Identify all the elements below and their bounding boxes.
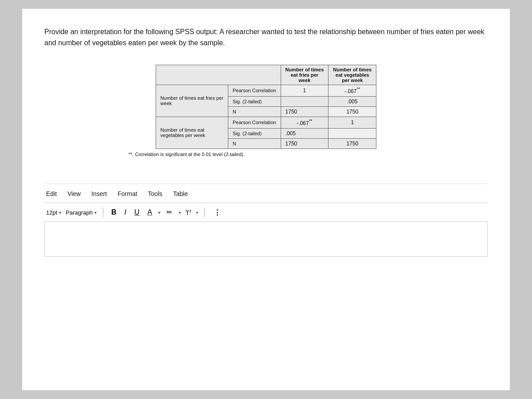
table-section: Number of timeseat fries perweek Number … (44, 65, 488, 157)
more-options-button[interactable]: ⋮ (211, 207, 224, 218)
table-row: Number of times eatvegetables per week P… (156, 117, 376, 128)
font-size-dropdown[interactable]: 12pt ▾ (46, 209, 61, 216)
edit-area[interactable] (44, 221, 488, 257)
stat-label: Pearson Correlation (228, 117, 281, 128)
bold-button[interactable]: B (110, 207, 118, 217)
stat-label: Sig. (2-tailed) (228, 96, 281, 106)
paragraph-chevron: ▾ (94, 210, 97, 215)
cell-val: .005 (329, 96, 376, 106)
font-size-chevron: ▾ (59, 210, 61, 215)
stat-label: N (228, 106, 281, 117)
menu-bar: Edit View Insert Format Tools Table (44, 190, 488, 197)
col-header-fries: Number of timeseat fries perweek (281, 65, 329, 85)
cell-val: .005 (281, 128, 329, 138)
cell-val (281, 96, 329, 106)
menu-edit[interactable]: Edit (46, 190, 57, 197)
highlight-button[interactable]: ✏ (165, 207, 174, 217)
cell-val: -.067** (329, 85, 376, 96)
font-color-chevron[interactable]: ▾ (158, 210, 160, 215)
font-color-button[interactable]: A (146, 207, 154, 217)
cell-val: 1750 (281, 138, 329, 149)
question-text: Provide an interpretation for the follow… (44, 27, 488, 49)
row-label-veg: Number of times eatvegetables per week (156, 117, 228, 149)
superscript-button[interactable]: T2 (185, 209, 192, 216)
underline-button[interactable]: U (133, 207, 141, 217)
cell-val: 1750 (281, 106, 329, 117)
menu-insert[interactable]: Insert (91, 190, 107, 197)
stat-label: Sig. (2-tailed) (228, 128, 281, 138)
row-label-fries: Number of times eat fries perweek (156, 85, 228, 117)
col-header-veg: Number of timeseat vegetablesper week (329, 65, 376, 85)
divider-2 (204, 207, 205, 217)
cell-val: -.067** (281, 117, 329, 128)
spss-table: Number of timeseat fries perweek Number … (156, 65, 376, 149)
cell-val: 1750 (329, 138, 376, 149)
superscript-chevron[interactable]: ▾ (196, 210, 198, 215)
cell-val: 1 (281, 85, 329, 96)
italic-button[interactable]: I (123, 207, 128, 217)
paragraph-dropdown[interactable]: Paragraph ▾ (66, 209, 97, 216)
stat-label: N (228, 138, 281, 149)
menu-tools[interactable]: Tools (148, 190, 163, 197)
format-bar: 12pt ▾ Paragraph ▾ B I U A ▾ ✏ ▾ T2 ▾ ⋮ (44, 203, 488, 218)
page-container: Provide an interpretation for the follow… (22, 9, 510, 390)
table-footnote: **. Correlation is significant at the 0.… (129, 152, 403, 157)
paragraph-value: Paragraph (66, 209, 93, 216)
font-size-value: 12pt (46, 209, 57, 216)
toolbar-section: Edit View Insert Format Tools Table 12pt… (44, 184, 488, 257)
cell-val: 1750 (329, 106, 376, 117)
menu-format[interactable]: Format (117, 190, 137, 197)
highlight-chevron[interactable]: ▾ (179, 210, 181, 215)
cell-val: 1 (329, 117, 376, 128)
divider-1 (103, 207, 103, 217)
menu-table[interactable]: Table (173, 190, 188, 197)
table-row: Number of times eat fries perweek Pearso… (156, 85, 376, 96)
stat-label: Pearson Correlation (228, 85, 281, 96)
menu-view[interactable]: View (67, 190, 81, 197)
cell-val (329, 128, 376, 138)
